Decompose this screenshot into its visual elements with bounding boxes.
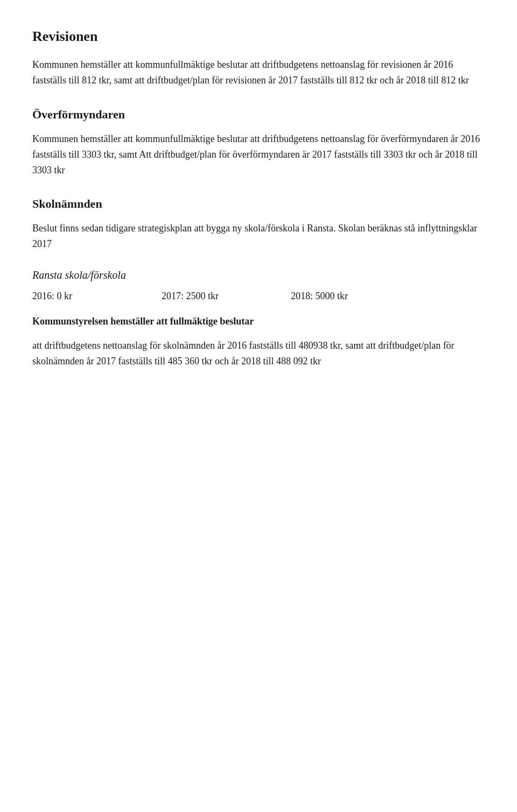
ransta-subheading: Ransta skola/förskola (32, 267, 485, 284)
skolnamnden-intro: Beslut finns sedan tidigare strategiskpl… (32, 221, 485, 252)
year-2016: 2016: 0 kr (32, 289, 129, 304)
year-2018: 2018: 5000 tkr (291, 289, 388, 304)
overformyndaren-body: Kommunen hemställer att kommunfullmäktig… (32, 131, 485, 178)
resolution-text: att driftbudgetens nettoanslag för skoln… (32, 338, 485, 369)
year-row: 2016: 0 kr 2017: 2500 tkr 2018: 5000 tkr (32, 289, 485, 304)
overformyndaren-heading: Överförmyndaren (32, 105, 485, 124)
skolnamnden-heading: Skolnämnden (32, 195, 485, 213)
year-2017: 2017: 2500 tkr (162, 289, 258, 304)
resolution-heading: Kommunstyrelsen hemställer att fullmäkti… (32, 314, 485, 329)
revisionen-heading: Revisionen (32, 26, 485, 47)
revisionen-body: Kommunen hemställer att kommunfullmäktig… (32, 57, 485, 88)
